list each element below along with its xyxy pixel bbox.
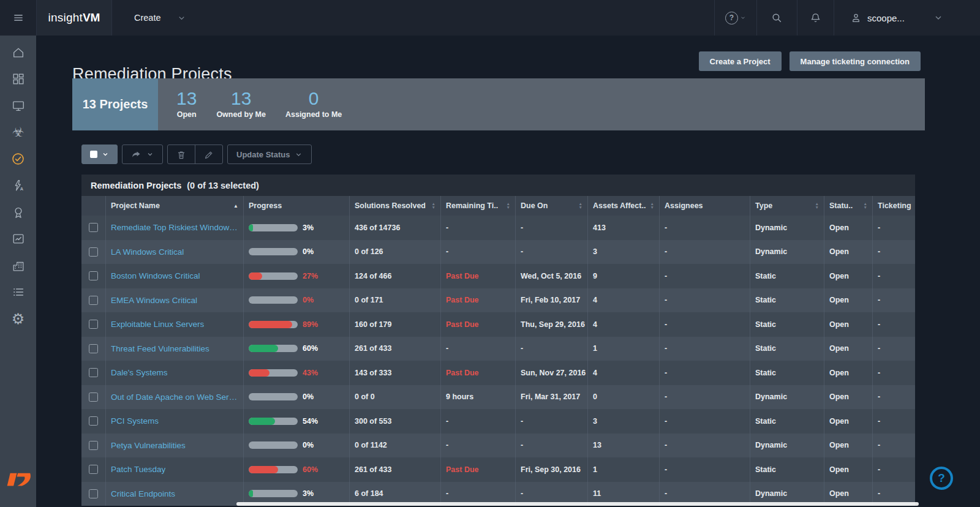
pencil-icon xyxy=(204,150,214,160)
row-checkbox[interactable] xyxy=(89,344,98,353)
cell-remaining-time: - xyxy=(441,337,516,361)
cell-remaining-time: Past Due xyxy=(441,264,516,288)
sidebar-item-monitor[interactable] xyxy=(0,92,36,119)
app-window: insightVM Create ? scoope... ☣A⚙ xyxy=(0,0,980,507)
sidebar-item-chart[interactable] xyxy=(0,226,36,253)
manage-ticketing-button[interactable]: Manage ticketing connection xyxy=(790,51,921,71)
column-header-statu[interactable]: Statu..▲▼ xyxy=(824,196,873,216)
sidebar-item-biohazard[interactable]: ☣ xyxy=(0,119,36,146)
search-button[interactable] xyxy=(756,0,797,36)
cell-status: Open xyxy=(824,361,873,385)
checkbox-icon xyxy=(90,151,97,158)
chevron-down-icon xyxy=(933,13,943,23)
select-all-dropdown[interactable] xyxy=(81,145,118,164)
cell-project-name: Remediate Top Riskiest Windows... xyxy=(106,216,244,240)
notifications-button[interactable] xyxy=(797,0,834,36)
sort-icon: ▲▼ xyxy=(507,202,510,209)
project-name-link[interactable]: EMEA Windows Critical xyxy=(111,296,197,305)
sidebar-item-home[interactable] xyxy=(0,39,36,66)
hamburger-menu-button[interactable] xyxy=(0,0,37,36)
progress-bar xyxy=(249,296,298,304)
cell-checkbox xyxy=(81,240,106,265)
cell-checkbox xyxy=(81,216,106,240)
progress-bar xyxy=(249,345,298,352)
sidebar-item-building[interactable] xyxy=(0,252,36,279)
column-header-assets-affect[interactable]: Assets Affect..▲▼ xyxy=(588,196,660,216)
floating-help-button[interactable]: ? xyxy=(930,467,953,490)
column-header-due-on[interactable]: Due On▲▼ xyxy=(516,196,588,216)
create-project-button[interactable]: Create a Project xyxy=(699,51,782,71)
row-checkbox[interactable] xyxy=(89,368,98,377)
project-name-link[interactable]: Out of Date Apache on Web Servers xyxy=(111,392,238,402)
project-name-link[interactable]: Remediate Top Riskiest Windows... xyxy=(111,223,238,232)
share-dropdown-button[interactable] xyxy=(122,145,163,164)
stat-open[interactable]: 13Open xyxy=(176,89,197,119)
delete-button[interactable] xyxy=(168,145,195,164)
stat-owned-by-me[interactable]: 13Owned by Me xyxy=(216,89,266,119)
table-row: Threat Feed Vulnerabilities60%261 of 433… xyxy=(81,337,915,361)
horizontal-scrollbar[interactable] xyxy=(236,502,919,506)
column-header-type[interactable]: Type▲▼ xyxy=(750,196,824,216)
building-icon xyxy=(12,259,25,272)
sidebar-item-automation[interactable]: A xyxy=(0,173,36,200)
cell-due-on: - xyxy=(516,240,588,265)
row-checkbox[interactable] xyxy=(89,296,98,305)
chart-icon xyxy=(12,232,25,246)
cell-assignees: - xyxy=(660,385,750,410)
row-checkbox[interactable] xyxy=(89,392,98,402)
column-header-assignees[interactable]: Assignees xyxy=(660,196,750,216)
cell-remaining-time: - xyxy=(441,240,516,265)
projects-count-tab[interactable]: 13 Projects xyxy=(72,78,158,130)
cell-remaining-time: 9 hours xyxy=(441,385,516,410)
row-checkbox[interactable] xyxy=(89,465,98,474)
cell-assignees: - xyxy=(660,288,750,313)
project-name-link[interactable]: Threat Feed Vulnerabilities xyxy=(111,344,209,353)
project-name-link[interactable]: LA Windows Critical xyxy=(111,247,184,257)
cell-project-name: Out of Date Apache on Web Servers xyxy=(106,385,244,410)
edit-button[interactable] xyxy=(195,145,222,164)
row-checkbox[interactable] xyxy=(89,489,98,498)
column-header-progress[interactable]: Progress xyxy=(244,196,350,216)
stat-value: 13 xyxy=(231,89,251,108)
sidebar-item-gear[interactable]: ⚙ xyxy=(0,306,36,332)
cell-checkbox xyxy=(81,312,106,337)
column-header-project-name[interactable]: Project Name▲ xyxy=(106,196,244,216)
project-name-link[interactable]: Petya Vulnerabilities xyxy=(111,441,186,450)
column-header-ticketing[interactable]: Ticketing xyxy=(873,196,915,216)
sidebar-item-list[interactable] xyxy=(0,279,36,306)
help-menu-button[interactable]: ? xyxy=(714,0,756,36)
column-header-solutions-resolved[interactable]: Solutions Resolved▲▼ xyxy=(350,196,441,216)
row-checkbox[interactable] xyxy=(89,416,98,426)
project-name-link[interactable]: Exploitable Linux Servers xyxy=(111,320,204,329)
sidebar-item-badge[interactable] xyxy=(0,199,36,226)
cell-project-name: LA Windows Critical xyxy=(106,240,244,265)
sidebar-item-check-circle[interactable] xyxy=(0,146,36,173)
cell-project-name: PCI Systems xyxy=(106,409,244,434)
update-status-dropdown[interactable]: Update Status xyxy=(227,145,312,164)
user-menu[interactable]: scoope... xyxy=(834,0,980,36)
row-checkbox[interactable] xyxy=(89,271,98,280)
row-checkbox[interactable] xyxy=(89,320,98,329)
cell-project-name: Threat Feed Vulnerabilities xyxy=(106,337,244,361)
column-header-remaining-ti[interactable]: Remaining Ti..▲▼ xyxy=(441,196,516,216)
create-menu[interactable]: Create xyxy=(134,0,186,36)
progress-bar xyxy=(249,369,298,377)
row-checkbox[interactable] xyxy=(89,247,98,257)
sidebar-item-dashboard[interactable] xyxy=(0,66,36,93)
cell-assignees: - xyxy=(660,361,750,385)
project-name-link[interactable]: PCI Systems xyxy=(111,416,159,426)
row-checkbox[interactable] xyxy=(89,223,98,232)
stat-assigned-to-me[interactable]: 0Assigned to Me xyxy=(285,89,342,119)
progress-percent: 60% xyxy=(303,465,318,474)
project-name-link[interactable]: Patch Tuesday xyxy=(111,465,165,474)
cell-remaining-time: - xyxy=(441,409,516,434)
row-checkbox[interactable] xyxy=(89,441,98,450)
cell-type: Dynamic xyxy=(750,385,824,410)
cell-due-on: Fri, Mar 31, 2017 xyxy=(516,385,588,410)
project-name-link[interactable]: Dale's Systems xyxy=(111,368,168,377)
project-name-link[interactable]: Boston Windows Critical xyxy=(111,271,200,280)
cell-checkbox xyxy=(81,482,106,506)
table-body: Remediate Top Riskiest Windows...3%436 o… xyxy=(81,216,915,506)
cell-project-name: Dale's Systems xyxy=(106,361,244,385)
project-name-link[interactable]: Critical Endpoints xyxy=(111,489,175,498)
